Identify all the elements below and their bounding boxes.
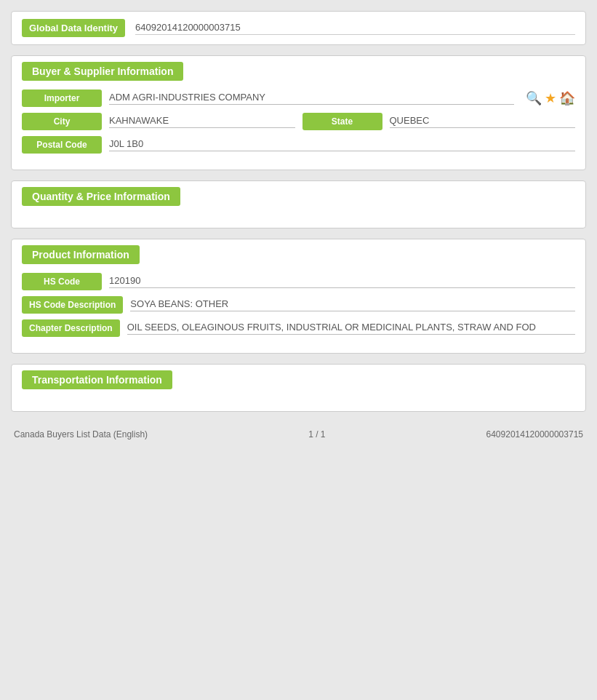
footer-right: 64092014120000003715 — [486, 429, 583, 440]
home-icon[interactable]: 🏠 — [559, 90, 575, 106]
city-label: City — [22, 113, 102, 130]
product-information-header: Product Information — [22, 245, 140, 264]
state-value: QUEBEC — [390, 115, 576, 128]
importer-value: ADM AGRI-INDUSTRIES COMPANY — [109, 92, 514, 105]
product-information-card: Product Information HS Code 120190 HS Co… — [11, 239, 586, 354]
global-data-identity-card: Global Data Identity 6409201412000000371… — [11, 11, 586, 45]
hs-code-value: 120190 — [109, 275, 575, 288]
hs-code-desc-label: HS Code Description — [22, 296, 123, 314]
city-state-row: City KAHNAWAKE State QUEBEC — [22, 113, 575, 130]
postal-code-value: J0L 1B0 — [109, 138, 575, 151]
city-value: KAHNAWAKE — [109, 115, 295, 128]
chapter-desc-row: Chapter Description OIL SEEDS, OLEAGINOU… — [22, 319, 575, 337]
star-icon[interactable]: ★ — [545, 90, 556, 106]
quantity-price-header: Quantity & Price Information — [22, 187, 180, 206]
postal-code-label: Postal Code — [22, 136, 102, 154]
search-icon[interactable]: 🔍 — [526, 90, 542, 106]
chapter-desc-label: Chapter Description — [22, 319, 120, 337]
hs-code-desc-row: HS Code Description SOYA BEANS: OTHER — [22, 296, 575, 314]
transportation-card: Transportation Information — [11, 364, 586, 412]
gdi-value: 64092014120000003715 — [135, 22, 575, 35]
buyer-supplier-header: Buyer & Supplier Information — [22, 62, 183, 81]
buyer-supplier-card: Buyer & Supplier Information Importer AD… — [11, 55, 586, 170]
footer-center: 1 / 1 — [308, 429, 325, 440]
footer-left: Canada Buyers List Data (English) — [14, 429, 148, 440]
hs-code-row: HS Code 120190 — [22, 273, 575, 290]
importer-row: Importer ADM AGRI-INDUSTRIES COMPANY 🔍 ★… — [22, 90, 575, 107]
hs-code-label: HS Code — [22, 273, 102, 290]
state-part: State QUEBEC — [302, 113, 576, 130]
gdi-label: Global Data Identity — [22, 19, 125, 37]
chapter-desc-value: OIL SEEDS, OLEAGINOUS FRUITS, INDUSTRIAL… — [127, 322, 575, 335]
postal-code-row: Postal Code J0L 1B0 — [22, 136, 575, 154]
quantity-price-card: Quantity & Price Information — [11, 180, 586, 228]
action-icons: 🔍 ★ 🏠 — [526, 90, 575, 106]
transportation-header: Transportation Information — [22, 370, 172, 389]
city-part: City KAHNAWAKE — [22, 113, 295, 130]
importer-label: Importer — [22, 90, 102, 107]
state-label: State — [302, 113, 382, 130]
page-footer: Canada Buyers List Data (English) 1 / 1 … — [11, 422, 586, 442]
hs-code-desc-value: SOYA BEANS: OTHER — [130, 298, 575, 311]
